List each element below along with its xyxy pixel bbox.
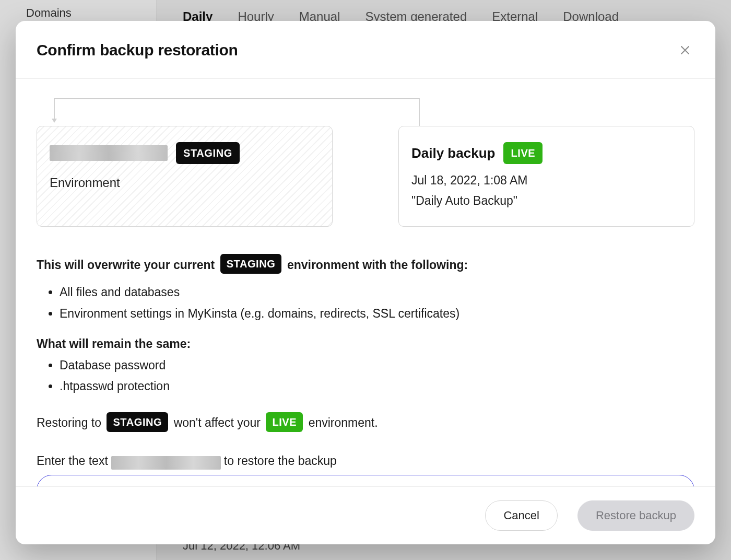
target-environment-card: STAGING Environment [37,126,333,227]
environment-cards: STAGING Environment Daily backup LIVE Ju… [37,126,694,227]
restore-note: Restoring to STAGING won't affect your L… [37,413,378,433]
staging-badge-inline: STAGING [220,254,282,274]
list-item: Database password [60,356,694,375]
remain-header: What will remain the same: [37,335,694,353]
confirm-text-input[interactable] [37,475,694,486]
live-badge-inline: LIVE [266,412,303,432]
overwrite-warning: This will overwrite your current STAGING… [37,255,468,275]
modal-header: Confirm backup restoration [16,21,715,79]
restore-backup-button[interactable]: Restore backup [577,500,694,531]
restore-note-before: Restoring to [37,414,101,432]
restore-note-after: environment. [309,414,378,432]
modal-footer: Cancel Restore backup [16,486,715,544]
source-backup-title: Daily backup [411,143,495,164]
target-env-name-redacted [50,145,168,161]
overwrite-items-list: All files and databases Environment sett… [37,283,694,322]
source-backup-card: Daily backup LIVE Jul 18, 2022, 1:08 AM … [398,126,694,227]
remain-items-list: Database password .htpasswd protection [37,356,694,395]
list-item: All files and databases [60,283,694,301]
confirm-restore-modal: Confirm backup restoration STAGING Envir… [16,21,715,544]
close-icon [680,45,690,55]
source-backup-name: "Daily Auto Backup" [411,192,681,210]
confirm-label-before: Enter the text [37,452,108,470]
overwrite-text-after: environment with the following: [287,256,468,274]
cancel-button[interactable]: Cancel [485,500,557,531]
confirm-text-redacted [111,456,221,470]
list-item: .htpasswd protection [60,377,694,395]
modal-body: STAGING Environment Daily backup LIVE Ju… [16,79,715,486]
restore-note-mid: won't affect your [174,414,261,432]
restore-direction-arrow [51,97,694,126]
confirm-label-after: to restore the backup [224,452,337,470]
modal-title: Confirm backup restoration [37,41,238,59]
list-item: Environment settings in MyKinsta (e.g. d… [60,305,694,323]
staging-badge: STAGING [176,142,240,164]
target-env-subtitle: Environment [50,173,320,192]
confirm-input-label: Enter the text to restore the backup [37,452,694,470]
staging-badge-inline-2: STAGING [107,412,168,432]
close-button[interactable] [676,41,694,60]
overwrite-text-before: This will overwrite your current [37,256,215,274]
source-backup-timestamp: Jul 18, 2022, 1:08 AM [411,171,681,190]
live-badge: LIVE [503,142,543,164]
